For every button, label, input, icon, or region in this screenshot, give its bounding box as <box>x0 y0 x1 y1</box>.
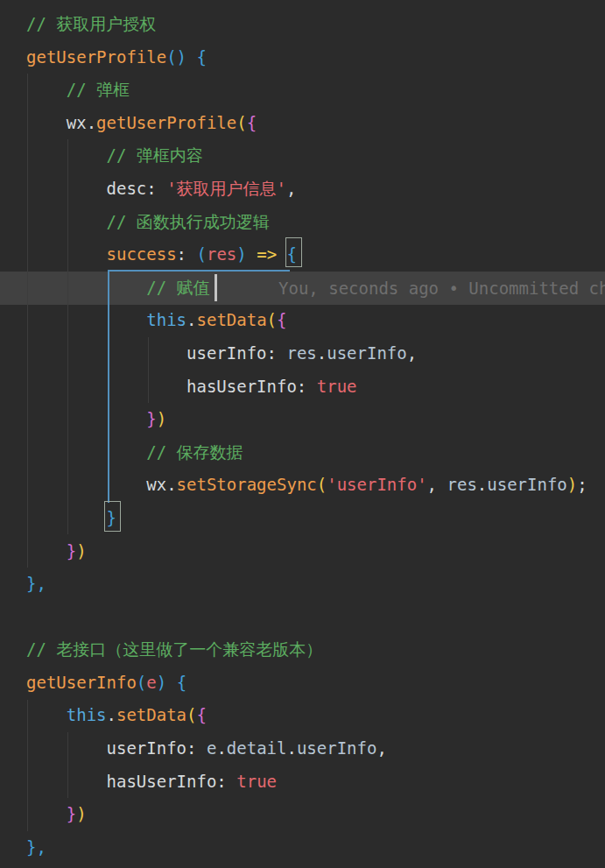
code-token-kw: this <box>146 310 186 329</box>
code-token-comment: // 函数执行成功逻辑 <box>107 212 270 231</box>
code-token-b1: ( <box>317 475 327 494</box>
text-cursor <box>215 274 217 301</box>
code-token-fg: . <box>107 705 116 724</box>
code-lines: // 获取用户授权getUserProfile() { // 弹框 wx.get… <box>0 8 605 864</box>
code-token-b3: ( <box>197 244 207 264</box>
code-token-fg: . <box>186 310 196 329</box>
code-token-b2: { <box>197 705 207 724</box>
code-token-b1: ( <box>267 310 277 329</box>
code-token-fg <box>26 738 107 758</box>
code-token-fg: . <box>216 738 226 758</box>
code-token-var: userInfo <box>327 343 407 363</box>
code-token-fg <box>26 145 107 165</box>
code-line[interactable]: getUserInfo(e) { <box>0 667 605 700</box>
code-line[interactable]: }) <box>0 798 605 831</box>
code-token-comment: // 弹框 <box>67 80 130 99</box>
code-token-b2: } <box>67 804 76 823</box>
code-token-fg <box>26 244 107 264</box>
code-line[interactable]: // 保存数据 <box>0 436 605 469</box>
code-line[interactable]: // 获取用户授权 <box>0 8 605 41</box>
code-token-fg <box>26 804 67 823</box>
code-line[interactable]: hasUserInfo: true <box>0 766 605 799</box>
code-token-b1: ( <box>186 705 196 724</box>
code-line[interactable]: // 老接口（这里做了一个兼容老版本） <box>0 633 605 667</box>
code-token-fg <box>26 377 186 396</box>
code-token-param: e <box>146 673 156 692</box>
code-token-b3: } <box>26 837 36 857</box>
code-token-b2: { <box>247 113 257 132</box>
code-token-b1: ( <box>236 113 246 132</box>
code-line[interactable]: desc: '获取用户信息', <box>0 173 605 206</box>
code-line[interactable]: // 函数执行成功逻辑 <box>0 206 605 239</box>
code-token-b3: } <box>107 508 116 527</box>
code-token-b1: => <box>257 244 277 264</box>
code-line[interactable]: wx.setStorageSync('userInfo', res.userIn… <box>0 469 605 502</box>
code-token-b2: } <box>146 409 156 428</box>
code-token-b1: ) <box>76 541 86 561</box>
code-token-fg: , <box>286 179 296 198</box>
code-token-func: setData <box>197 310 267 329</box>
code-token-b3: ) <box>236 244 246 264</box>
code-token-func: getUserProfile <box>96 113 236 132</box>
code-line[interactable]: // 弹框 <box>0 74 605 107</box>
code-token-comment: // 保存数据 <box>146 442 243 462</box>
code-token-fg <box>26 278 146 297</box>
code-token-var: detail <box>227 738 287 758</box>
code-token-fg <box>26 343 186 363</box>
code-token-fg <box>166 673 176 692</box>
code-token-fg <box>26 772 107 791</box>
code-line[interactable]: wx.getUserProfile({ <box>0 107 605 140</box>
code-token-fg: userInfo: <box>186 343 277 363</box>
code-token-b3: () <box>166 47 186 67</box>
code-token-fg <box>26 409 146 428</box>
code-token-fg <box>26 113 67 132</box>
code-editor[interactable]: // 获取用户授权getUserProfile() { // 弹框 wx.get… <box>0 0 605 868</box>
code-token-b3: , <box>36 837 46 857</box>
code-token-fg <box>26 442 146 462</box>
code-line[interactable]: }) <box>0 403 605 436</box>
code-token-param: res <box>207 244 236 264</box>
code-token-fg: desc: <box>107 179 157 198</box>
code-line[interactable]: }, <box>0 831 605 864</box>
code-token-fg <box>26 475 146 494</box>
code-token-b2: { <box>277 310 286 329</box>
code-token-comment: // 老接口（这里做了一个兼容老版本） <box>26 639 322 659</box>
code-token-fg <box>26 179 107 198</box>
code-token-comment: // 弹框内容 <box>107 145 203 165</box>
code-token-str: true <box>236 772 277 791</box>
code-token-fg: hasUserInfo: <box>186 377 306 396</box>
code-line[interactable] <box>0 601 605 634</box>
code-token-fg: , <box>407 343 417 363</box>
code-token-b3: { <box>287 244 297 264</box>
code-token-b3: { <box>177 673 186 692</box>
code-token-comment: // 赋值 <box>146 278 209 297</box>
code-line[interactable]: success: (res) => { <box>0 238 605 272</box>
code-token-comment: // 获取用户授权 <box>26 14 156 33</box>
code-token-b1: ) <box>567 475 577 494</box>
code-line[interactable]: hasUserInfo: true <box>0 370 605 404</box>
code-token-str: '获取用户信息' <box>166 179 286 198</box>
code-token-func: getUserInfo <box>26 673 137 692</box>
code-line[interactable]: }) <box>0 535 605 568</box>
code-token-str: true <box>317 377 357 396</box>
code-line[interactable]: userInfo: res.userInfo, <box>0 337 605 370</box>
code-line[interactable]: userInfo: e.detail.userInfo, <box>0 732 605 766</box>
code-line[interactable]: getUserProfile() { <box>0 41 605 74</box>
code-line[interactable]: // 弹框内容 <box>0 139 605 173</box>
code-line[interactable]: } <box>0 502 605 535</box>
code-token-func: success <box>107 244 177 264</box>
code-token-fg: wx. <box>146 475 176 494</box>
code-line[interactable]: }, <box>0 568 605 601</box>
code-token-fg <box>437 475 447 494</box>
code-token-fg: , <box>427 475 437 494</box>
code-token-fg <box>26 705 67 724</box>
code-token-fg <box>26 80 67 99</box>
code-token-fg <box>227 772 236 791</box>
code-line[interactable]: this.setData({ <box>0 699 605 732</box>
code-line[interactable]: this.setData({ <box>0 304 605 337</box>
code-token-b3: { <box>197 47 207 67</box>
code-token-str: 'userInfo' <box>327 475 426 494</box>
code-token-var: userInfo <box>487 475 567 494</box>
code-token-var: res <box>447 475 477 494</box>
code-token-fg: userInfo: <box>107 738 197 758</box>
